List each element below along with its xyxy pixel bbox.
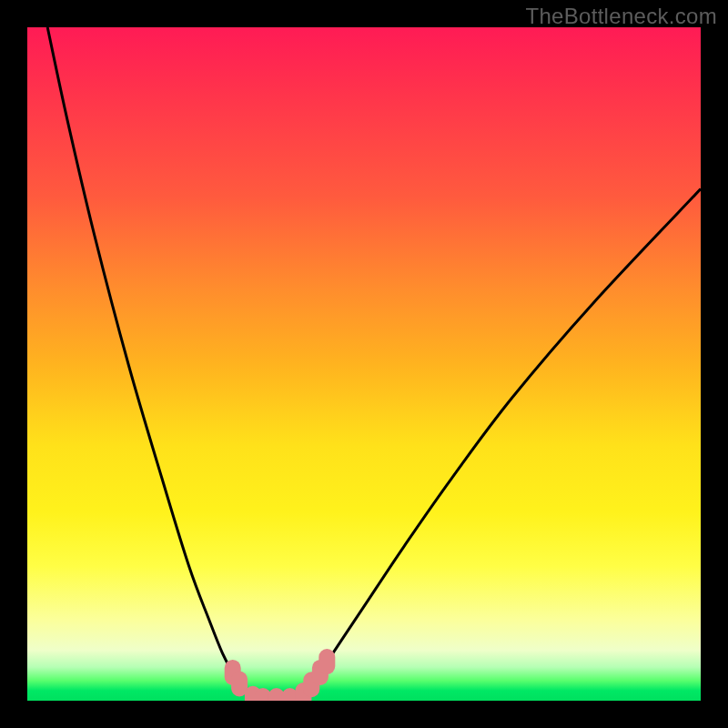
- marker-group: [225, 649, 336, 701]
- bottleneck-curve-left: [47, 27, 277, 701]
- bottleneck-curve-right: [277, 189, 701, 701]
- watermark-text: TheBottleneck.com: [525, 4, 717, 29]
- chart-frame: TheBottleneck.com: [0, 0, 728, 728]
- plot-area: [27, 27, 701, 701]
- data-marker: [318, 649, 335, 674]
- curve-layer: [27, 27, 701, 701]
